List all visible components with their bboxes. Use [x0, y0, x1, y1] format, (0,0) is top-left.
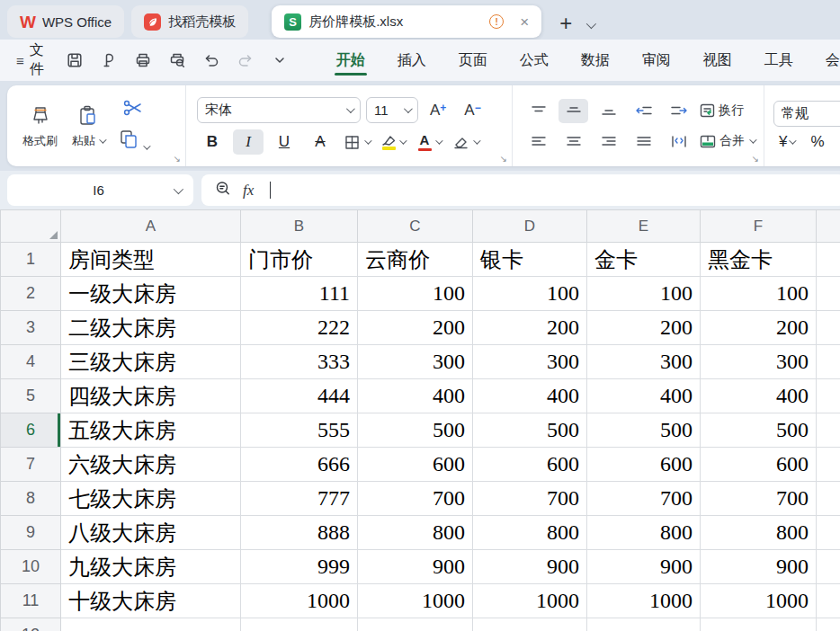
- cell-C3[interactable]: 200: [358, 311, 473, 345]
- align-left-button[interactable]: [523, 129, 553, 154]
- row-header-1[interactable]: 1: [1, 243, 61, 277]
- alignment-dialog-launcher-icon[interactable]: ↘: [752, 154, 759, 164]
- copy-button[interactable]: [118, 129, 148, 154]
- clipboard-dialog-launcher-icon[interactable]: ↘: [174, 154, 181, 164]
- document-warning-icon[interactable]: !: [489, 14, 504, 29]
- italic-button[interactable]: I: [233, 129, 264, 155]
- menu-tab-页面[interactable]: 页面: [442, 42, 504, 79]
- currency-format-button[interactable]: ¥: [773, 133, 800, 151]
- redo-icon[interactable]: [237, 51, 255, 70]
- cell-E9[interactable]: 800: [587, 516, 701, 550]
- formula-input[interactable]: fx: [201, 174, 840, 206]
- cell-A2[interactable]: 一级大床房: [61, 277, 241, 311]
- fill-color-button[interactable]: [378, 129, 408, 155]
- cell-partial-3[interactable]: [817, 311, 840, 345]
- font-family-select[interactable]: 宋体: [197, 97, 361, 123]
- cell-A12[interactable]: [61, 618, 241, 631]
- cell-E12[interactable]: [587, 618, 701, 631]
- cell-A6[interactable]: 五级大床房: [61, 413, 241, 448]
- export-pdf-icon[interactable]: [100, 51, 119, 70]
- row-header-5[interactable]: 5: [1, 379, 61, 413]
- cell-D7[interactable]: 600: [473, 448, 587, 482]
- borders-button[interactable]: [341, 129, 372, 155]
- align-bottom-button[interactable]: [594, 99, 623, 123]
- cell-B10[interactable]: 999: [241, 550, 358, 584]
- fx-icon[interactable]: fx: [243, 182, 254, 200]
- align-top-button[interactable]: [523, 99, 553, 123]
- cell-E11[interactable]: 1000: [587, 584, 701, 618]
- cell-B5[interactable]: 444: [241, 379, 358, 413]
- cell-A4[interactable]: 三级大床房: [61, 345, 241, 379]
- cut-button[interactable]: [122, 98, 144, 121]
- row-header-9[interactable]: 9: [1, 516, 61, 550]
- row-header-12[interactable]: 12: [1, 618, 61, 631]
- cell-B1[interactable]: 门市价: [241, 243, 358, 277]
- cell-F5[interactable]: 400: [701, 379, 817, 413]
- cell-partial-10[interactable]: [817, 550, 840, 584]
- row-header-4[interactable]: 4: [1, 345, 61, 379]
- cell-F12[interactable]: [701, 618, 817, 631]
- column-header-partial[interactable]: [817, 210, 840, 243]
- tab-wps-home[interactable]: W WPS Office: [7, 5, 124, 38]
- grow-font-button[interactable]: A+: [424, 102, 452, 120]
- cell-partial-7[interactable]: [817, 448, 840, 482]
- cell-C12[interactable]: [358, 618, 473, 631]
- menu-tab-开始[interactable]: 开始: [320, 42, 381, 79]
- cell-E6[interactable]: 500: [587, 413, 701, 448]
- text-orientation-button[interactable]: [664, 129, 693, 154]
- cell-A1[interactable]: 房间类型: [61, 243, 241, 277]
- column-header-D[interactable]: D: [473, 210, 587, 243]
- cell-C6[interactable]: 500: [358, 413, 473, 448]
- name-box[interactable]: I6: [7, 174, 193, 206]
- cell-C11[interactable]: 1000: [358, 584, 473, 618]
- menu-tab-插入[interactable]: 插入: [381, 42, 442, 79]
- save-icon[interactable]: [66, 51, 85, 70]
- cell-B3[interactable]: 222: [241, 311, 358, 345]
- cell-F2[interactable]: 100: [701, 277, 817, 311]
- cell-F8[interactable]: 700: [701, 482, 817, 516]
- row-header-3[interactable]: 3: [1, 311, 61, 345]
- menu-tab-数据[interactable]: 数据: [565, 42, 626, 79]
- cell-D1[interactable]: 银卡: [473, 243, 587, 277]
- cell-partial-6[interactable]: [817, 413, 840, 448]
- cell-B9[interactable]: 888: [241, 516, 358, 550]
- font-size-select[interactable]: 11: [366, 97, 418, 123]
- row-header-8[interactable]: 8: [1, 482, 61, 516]
- column-header-A[interactable]: A: [61, 210, 241, 243]
- cell-F3[interactable]: 200: [701, 311, 817, 345]
- percent-format-button[interactable]: %: [805, 133, 829, 151]
- cell-D4[interactable]: 300: [473, 345, 587, 379]
- decrease-indent-button[interactable]: [629, 99, 658, 123]
- print-icon[interactable]: [134, 51, 153, 70]
- merge-cells-button[interactable]: 合并: [699, 129, 755, 154]
- cell-A5[interactable]: 四级大床房: [61, 379, 241, 413]
- cell-F6[interactable]: 500: [701, 413, 817, 448]
- customize-toolbar-chevron-icon[interactable]: [271, 51, 290, 70]
- cell-B2[interactable]: 111: [241, 277, 358, 311]
- cell-C7[interactable]: 600: [358, 448, 473, 482]
- cell-B6[interactable]: 555: [241, 413, 358, 448]
- cell-F11[interactable]: 1000: [701, 584, 817, 618]
- align-center-button[interactable]: [559, 129, 588, 154]
- cell-D6[interactable]: 500: [473, 413, 587, 448]
- cell-partial-11[interactable]: [817, 584, 840, 618]
- cell-F9[interactable]: 800: [701, 516, 817, 550]
- cell-D2[interactable]: 100: [473, 277, 587, 311]
- cell-partial-9[interactable]: [817, 516, 840, 550]
- cell-E2[interactable]: 100: [587, 277, 701, 311]
- format-painter-button[interactable]: 格式刷: [16, 100, 64, 153]
- row-header-7[interactable]: 7: [1, 448, 61, 482]
- cell-D11[interactable]: 1000: [473, 584, 587, 618]
- cell-C8[interactable]: 700: [358, 482, 473, 516]
- font-dialog-launcher-icon[interactable]: ↘: [500, 154, 507, 164]
- cell-A8[interactable]: 七级大床房: [61, 482, 241, 516]
- cell-E4[interactable]: 300: [587, 345, 701, 379]
- insert-function-search-icon[interactable]: [214, 180, 232, 201]
- print-preview-icon[interactable]: [168, 51, 187, 70]
- cell-A10[interactable]: 九级大床房: [61, 550, 241, 584]
- cell-D10[interactable]: 900: [473, 550, 587, 584]
- cell-E7[interactable]: 600: [587, 448, 701, 482]
- row-header-6[interactable]: 6: [1, 413, 61, 448]
- cell-D5[interactable]: 400: [473, 379, 587, 413]
- cell-A9[interactable]: 八级大床房: [61, 516, 241, 550]
